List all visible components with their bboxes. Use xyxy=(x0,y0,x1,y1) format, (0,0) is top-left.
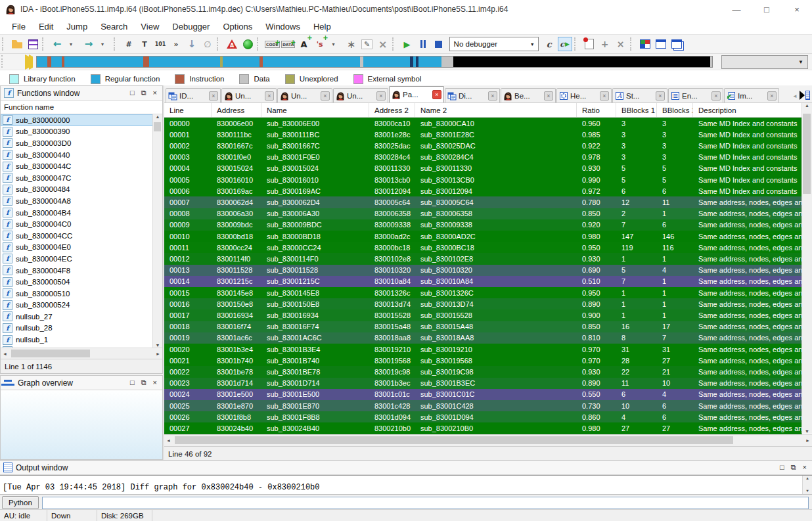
column-header-name2[interactable]: Name 2 xyxy=(415,103,577,117)
windows-list-button[interactable] xyxy=(669,37,684,51)
debugger-select[interactable]: No debugger▼ xyxy=(449,37,539,51)
panel-float-icon[interactable]: ⧉ xyxy=(141,89,147,97)
menu-windows[interactable]: Windows xyxy=(259,22,307,32)
tab-un-3[interactable]: Un...× xyxy=(333,88,388,102)
match-row[interactable]: 00018830016f74sub_830016F74830015a48sub_… xyxy=(164,321,802,332)
tab-close-icon[interactable]: × xyxy=(488,91,497,101)
debugger-stop-button[interactable] xyxy=(432,37,446,51)
tab-close-icon[interactable]: × xyxy=(544,91,553,101)
match-row[interactable]: 000128300114f0sub_8300114F08300102e8sub_… xyxy=(164,253,802,264)
navband-ok-button[interactable] xyxy=(240,37,255,51)
save-file-button[interactable] xyxy=(26,37,40,51)
make-function-button[interactable]: ∗ xyxy=(344,37,359,51)
match-row[interactable]: 0002383001d714sub_83001D71483001b3ecsub_… xyxy=(164,378,802,389)
back-dropdown-button[interactable]: ▾ xyxy=(66,37,80,51)
tab-close-icon[interactable]: × xyxy=(767,91,777,101)
match-row[interactable]: 000018300111bcsub_8300111BC83001e28csub_… xyxy=(164,129,802,140)
tab-scroll-left-icon[interactable]: ◄ xyxy=(792,93,798,99)
navband-combobox[interactable]: ▼ xyxy=(721,55,808,69)
function-list-item[interactable]: fsub_8300004C0 xyxy=(1,218,162,230)
panel-close-icon[interactable]: × xyxy=(803,464,807,471)
column-header-ratio[interactable]: Ratio xyxy=(577,103,616,117)
edit-function-button[interactable]: ✎ xyxy=(360,37,374,51)
close-icon[interactable]: × xyxy=(782,0,812,18)
jump-address-button[interactable]: ↓ xyxy=(185,37,199,51)
function-list-item[interactable]: fsub_8300004CC xyxy=(1,230,162,242)
maximize-icon[interactable]: □ xyxy=(752,0,782,18)
desktop-windows-button[interactable] xyxy=(638,37,652,51)
scroll-up-icon[interactable]: ▲ xyxy=(805,103,809,108)
forward-dropdown-button[interactable]: ▾ xyxy=(97,37,112,51)
scroll-up-icon[interactable]: ▲ xyxy=(806,476,809,481)
search-numbers-button[interactable]: # xyxy=(122,37,136,51)
toolbar-drag-handle[interactable] xyxy=(1,55,5,68)
tab-be-6[interactable]: Be...× xyxy=(501,88,556,102)
scroll-right-icon[interactable]: ► xyxy=(156,351,160,356)
tab-un-2[interactable]: Un...× xyxy=(277,88,332,102)
panel-maximize-icon[interactable]: □ xyxy=(130,89,135,97)
navigation-band[interactable] xyxy=(36,56,713,68)
match-row[interactable]: 0002183001b740sub_83001B740830019568sub_… xyxy=(164,355,802,366)
output-log[interactable]: [Tue Apr 03 19:44:45 2018] Diff graph fo… xyxy=(0,475,812,495)
function-list-item[interactable]: fsub_8300004E0 xyxy=(1,242,162,254)
graph-overview-canvas[interactable] xyxy=(1,390,162,459)
match-row[interactable]: 0001983001ac6csub_83001AC6C830018aa8sub_… xyxy=(164,332,802,344)
panel-close-icon[interactable]: × xyxy=(153,379,157,386)
continue-process-button[interactable]: c▶ xyxy=(558,37,572,51)
window-list-icon[interactable] xyxy=(800,90,810,101)
match-row[interactable]: 000068300169acsub_8300169AC830012094sub_… xyxy=(164,185,802,196)
add-breakpoint-button[interactable]: + xyxy=(598,37,612,51)
menu-view[interactable]: View xyxy=(134,22,166,32)
menu-help[interactable]: Help xyxy=(307,22,338,32)
panel-float-icon[interactable]: ⧉ xyxy=(791,464,796,471)
function-list-item[interactable]: fsub_8300003D0 xyxy=(1,137,162,149)
match-row[interactable]: 0002083001b3e4sub_83001B3E4830019210sub_… xyxy=(164,344,802,355)
match-row[interactable]: 0002283001be78sub_83001BE78830019c98sub_… xyxy=(164,366,802,377)
scroll-down-icon[interactable]: ▼ xyxy=(805,429,809,434)
function-list-item[interactable]: fsub_830000524 xyxy=(1,300,162,311)
output-vscrollbar[interactable]: ▲ ▼ xyxy=(802,476,812,494)
match-row[interactable]: 0001083000bd18sub_83000BD1883000ad2csub_… xyxy=(164,231,802,242)
scrollbar-thumb[interactable] xyxy=(154,122,161,131)
function-list-item[interactable]: fsub_830000000 xyxy=(1,114,162,126)
reset-desktop-button[interactable] xyxy=(654,37,668,51)
search-disabled-button[interactable]: ∅ xyxy=(200,37,215,51)
function-list-item[interactable]: fsub_830000390 xyxy=(1,126,162,138)
match-row[interactable]: 000158300145e8sub_8300145E883001326csub_… xyxy=(164,287,802,298)
tab-close-icon[interactable]: × xyxy=(432,90,441,99)
panel-maximize-icon[interactable]: □ xyxy=(130,379,135,386)
search-binary-button[interactable]: 101 xyxy=(153,37,168,51)
match-row[interactable]: 00017830016934sub_830016934830015528sub_… xyxy=(164,309,802,321)
menu-jump[interactable]: Jump xyxy=(60,22,94,32)
delete-breakpoint-button[interactable]: × xyxy=(614,37,628,51)
match-row[interactable]: 00008830006a30sub_830006A30830006358sub_… xyxy=(164,208,802,219)
menu-search[interactable]: Search xyxy=(94,22,134,32)
scroll-left-icon[interactable]: ◄ xyxy=(3,351,7,356)
problems-list-button[interactable]: A xyxy=(225,37,239,51)
output-window-titlebar[interactable]: Output window □ ⧉ × xyxy=(0,461,812,475)
functions-vscrollbar[interactable]: ▲ ▼ xyxy=(152,114,162,348)
function-list-item[interactable]: fsub_830000484 xyxy=(1,184,162,196)
function-list-item[interactable]: fsub_83000047C xyxy=(1,172,162,184)
tab-im-10[interactable]: Im...× xyxy=(724,88,779,102)
graph-overview-titlebar[interactable]: Graph overview □ ⧉ × xyxy=(1,376,162,390)
match-row[interactable]: 0002683001f8b8sub_83001F8B883001d094sub_… xyxy=(164,411,802,422)
tab-un-1[interactable]: Un...× xyxy=(221,88,277,102)
search-next-button[interactable]: » xyxy=(169,37,183,51)
scroll-left-icon[interactable]: ◄ xyxy=(166,438,171,443)
match-row[interactable]: 000078300062d4sub_8300062D4830005c64sub_… xyxy=(164,196,802,208)
match-row[interactable]: 00005830016010sub_830016010830013cb0sub_… xyxy=(164,174,802,185)
scroll-up-icon[interactable]: ▲ xyxy=(156,114,160,119)
menu-options[interactable]: Options xyxy=(216,22,259,32)
menu-edit[interactable]: Edit xyxy=(32,22,60,32)
match-row[interactable]: 00004830015024sub_830015024830011330sub_… xyxy=(164,163,802,174)
match-row[interactable]: 0000383001f0e0sub_83001F0E08300284c4sub_… xyxy=(164,152,802,163)
tab-close-icon[interactable]: × xyxy=(265,91,274,101)
tab-close-icon[interactable]: × xyxy=(600,91,609,101)
match-row[interactable]: 000168300150e8sub_8300150E8830013d74sub_… xyxy=(164,298,802,309)
match-row[interactable]: 00027830024b40sub_830024B408300210b0sub_… xyxy=(164,422,802,434)
string-dropdown-button[interactable]: ▾ xyxy=(328,37,343,51)
make-data-button[interactable]: DATA+ xyxy=(281,37,296,51)
function-list-item[interactable]: fsub_8300004F8 xyxy=(1,265,162,277)
column-header-name[interactable]: Name xyxy=(261,103,369,117)
